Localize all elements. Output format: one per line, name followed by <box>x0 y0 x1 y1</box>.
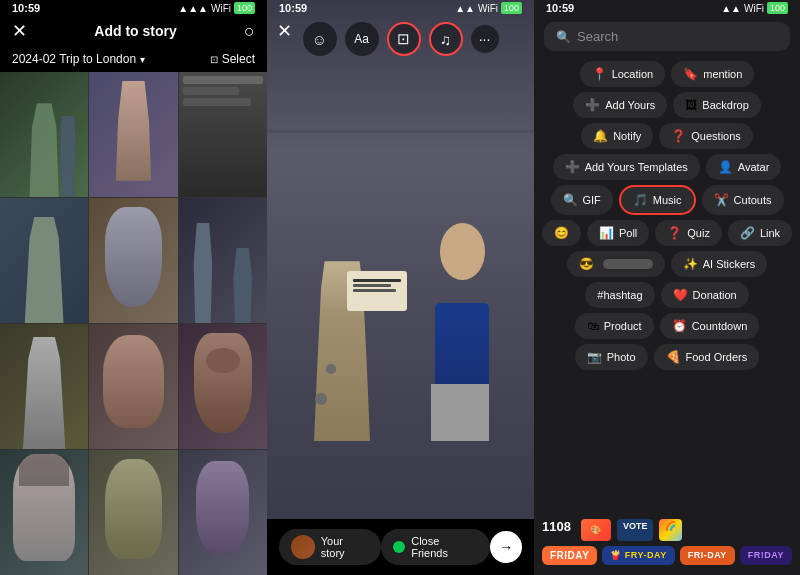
food-orders-icon: 🍕 <box>666 350 681 364</box>
photo-cell-5[interactable] <box>89 198 177 323</box>
photo-cell-7[interactable] <box>0 324 88 449</box>
cutouts-sticker[interactable]: ✂️ Cutouts <box>702 185 784 215</box>
photo-sticker[interactable]: 📷 Photo <box>575 344 648 370</box>
cutouts-icon: ✂️ <box>714 193 729 207</box>
close-friends-button[interactable]: Close Friends <box>381 529 490 565</box>
ai-stickers-sticker[interactable]: ✨ AI Stickers <box>671 251 768 277</box>
product-label: Product <box>604 320 642 332</box>
backdrop-sticker[interactable]: 🖼 Backdrop <box>673 92 760 118</box>
fry-day-sticker[interactable]: 🍟 FRY-DAY <box>602 546 674 565</box>
avatar-sticker[interactable]: 👤 Avatar <box>706 154 782 180</box>
add-yours-sticker[interactable]: ➕ Add Yours <box>573 92 667 118</box>
sticker-row-1: 📍 Location 🔖 mention <box>542 61 792 87</box>
sticker-search-bar[interactable]: 🔍 Search <box>544 22 790 51</box>
poll-icon: 📊 <box>599 226 614 240</box>
text-tool-button[interactable]: Aa <box>345 22 379 56</box>
status-time-3: 10:59 <box>546 2 574 14</box>
quiz-sticker[interactable]: ❓ Quiz <box>655 220 722 246</box>
face-tool-button[interactable]: ☺ <box>303 22 337 56</box>
panel1-nav: ✕ Add to story ○ <box>0 16 267 48</box>
status-bar-2: 10:59 ▲▲ WiFi 100 <box>267 0 534 16</box>
notify-sticker[interactable]: 🔔 Notify <box>581 123 653 149</box>
friday-sticker[interactable]: FRIDAY <box>542 546 597 565</box>
search-input[interactable]: Search <box>577 29 618 44</box>
photo-grid <box>0 72 267 575</box>
mention-sticker[interactable]: 🔖 mention <box>671 61 754 87</box>
link-label: Link <box>760 227 780 239</box>
gif-sticker[interactable]: 🔍 GIF <box>551 185 613 215</box>
emoji2-icon: 😎 <box>579 257 594 271</box>
photo-cell-10[interactable] <box>0 450 88 575</box>
close-button-1[interactable]: ✕ <box>12 20 27 42</box>
story-avatar <box>291 535 315 559</box>
photo-cell-1[interactable] <box>0 72 88 197</box>
vote-sticker-element: VOTE <box>617 519 654 541</box>
quiz-label: Quiz <box>687 227 710 239</box>
fri-day-sticker[interactable]: FRI-DAY <box>680 546 735 565</box>
wifi-icon-2: WiFi <box>478 3 498 14</box>
album-title: 2024-02 Trip to London <box>12 52 136 66</box>
bottom-sticker-row-1: 1108 🎨 VOTE 🌈 <box>542 519 792 541</box>
status-bar-1: 10:59 ▲▲▲ WiFi 100 <box>0 0 267 16</box>
avatar-icon: 👤 <box>718 160 733 174</box>
status-icons-2: ▲▲ WiFi 100 <box>455 2 522 14</box>
editor-toolbar: ☺ Aa ⊡ ♫ ··· <box>267 22 534 56</box>
questions-label: Questions <box>691 130 741 142</box>
photo-cell-12[interactable] <box>179 450 267 575</box>
countdown-icon: ⏰ <box>672 319 687 333</box>
more-tool-button[interactable]: ··· <box>471 25 499 53</box>
music-sticker[interactable]: 🎵 Music <box>619 185 696 215</box>
emoji2-sticker[interactable]: 😎 <box>567 251 665 277</box>
donation-icon: ❤️ <box>673 288 688 302</box>
location-sticker[interactable]: 📍 Location <box>580 61 666 87</box>
status-icons-1: ▲▲▲ WiFi 100 <box>178 2 255 14</box>
photo-cell-8[interactable] <box>89 324 177 449</box>
add-yours-templates-icon: ➕ <box>565 160 580 174</box>
panel1-subtitle: 2024-02 Trip to London ▾ ⊡ Select <box>0 48 267 72</box>
add-yours-templates-label: Add Yours Templates <box>585 161 688 173</box>
photo-cell-6[interactable] <box>179 198 267 323</box>
status-icons-3: ▲▲ WiFi 100 <box>721 2 788 14</box>
avatar-label: Avatar <box>738 161 770 173</box>
photo-cell-2[interactable] <box>89 72 177 197</box>
sticker-row-10: 📷 Photo 🍕 Food Orders <box>542 344 792 370</box>
close-button-2[interactable]: ✕ <box>277 20 292 42</box>
wifi-icon-3: WiFi <box>744 3 764 14</box>
countdown-sticker[interactable]: ⏰ Countdown <box>660 313 760 339</box>
poll-sticker[interactable]: 📊 Poll <box>587 220 649 246</box>
questions-sticker[interactable]: ❓ Questions <box>659 123 753 149</box>
signal-icon: ▲▲▲ <box>178 3 208 14</box>
photo-cell-4[interactable] <box>0 198 88 323</box>
photo-cell-11[interactable] <box>89 450 177 575</box>
share-button[interactable]: → <box>490 531 522 563</box>
product-sticker[interactable]: 🛍 Product <box>575 313 654 339</box>
link-sticker[interactable]: 🔗 Link <box>728 220 792 246</box>
search-icon: 🔍 <box>556 30 571 44</box>
emoji-sticker[interactable]: 😊 <box>542 220 581 246</box>
add-yours-templates-sticker[interactable]: ➕ Add Yours Templates <box>553 154 700 180</box>
friday2-sticker[interactable]: FR!DAY <box>740 546 792 565</box>
quiz-icon: ❓ <box>667 226 682 240</box>
battery-icon: 100 <box>234 2 255 14</box>
food-orders-sticker[interactable]: 🍕 Food Orders <box>654 344 760 370</box>
signal-icon-3: ▲▲ <box>721 3 741 14</box>
panel1-title: Add to story <box>94 23 176 39</box>
music-label: Music <box>653 194 682 206</box>
music-tool-button[interactable]: ♫ <box>429 22 463 56</box>
select-button[interactable]: ⊡ Select <box>210 52 255 66</box>
photo-cell-3[interactable] <box>179 72 267 197</box>
donation-label: Donation <box>693 289 737 301</box>
your-story-button[interactable]: Your story <box>279 529 381 565</box>
chevron-down-icon: ▾ <box>140 54 145 65</box>
countdown-label: Countdown <box>692 320 748 332</box>
donation-sticker[interactable]: ❤️ Donation <box>661 282 749 308</box>
photo-cell-9[interactable] <box>179 324 267 449</box>
album-selector[interactable]: 2024-02 Trip to London ▾ <box>12 52 145 66</box>
backdrop-icon: 🖼 <box>685 98 697 112</box>
food-orders-label: Food Orders <box>686 351 748 363</box>
sticker-tool-button[interactable]: ⊡ <box>387 22 421 56</box>
sticker-row-7: 😎 ✨ AI Stickers <box>542 251 792 277</box>
hashtag-sticker[interactable]: #hashtag <box>585 282 654 308</box>
more-icon-1[interactable]: ○ <box>244 21 255 42</box>
photo-gallery-panel: 10:59 ▲▲▲ WiFi 100 ✕ Add to story ○ 2024… <box>0 0 267 575</box>
